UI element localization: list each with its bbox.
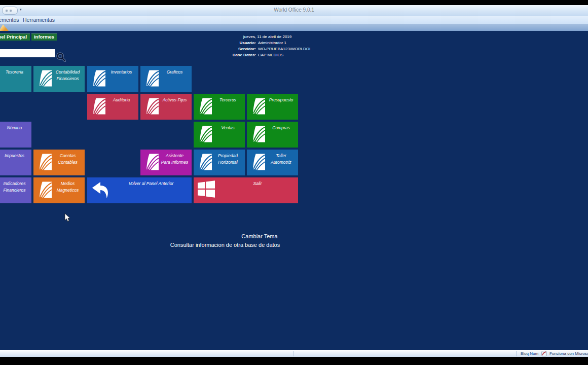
tile-label: Ventas bbox=[213, 122, 245, 148]
tile-label: Medios Magneticos bbox=[53, 177, 85, 203]
tile-contabilidad-financieros[interactable]: Contabilidad Financieros bbox=[33, 66, 85, 92]
user-label: Usuario: bbox=[167, 41, 256, 45]
user-value: Administrador 1 bbox=[258, 41, 286, 45]
tile-label: Propiedad Horizontal bbox=[213, 150, 245, 175]
windows-logo-icon bbox=[198, 180, 219, 203]
status-separator bbox=[516, 351, 517, 356]
title-bar: ▾ World Office 9.0.1 bbox=[0, 5, 588, 16]
wo-logo-icon bbox=[93, 97, 106, 120]
wo-logo-icon bbox=[146, 69, 160, 92]
tile-inventarios[interactable]: Inventarios bbox=[87, 66, 138, 92]
session-date: jueves, 11 de abril de 2019 bbox=[167, 34, 368, 39]
tile-label: Cuentas Contables bbox=[53, 150, 85, 175]
mouse-cursor bbox=[64, 213, 70, 222]
wo-logo-icon bbox=[146, 97, 160, 120]
search-icon[interactable] bbox=[56, 52, 66, 62]
tile-terceros[interactable]: Terceros bbox=[194, 94, 245, 120]
tile-label: Asistente Para Informes bbox=[160, 150, 192, 175]
tile-nomina[interactable]: Nómina bbox=[0, 122, 31, 148]
tile-ventas[interactable]: Ventas bbox=[194, 122, 245, 148]
powered-by-icon bbox=[541, 351, 547, 356]
tile-label: Compras bbox=[266, 122, 298, 148]
menu-item-herramientas[interactable]: Herramientas bbox=[23, 17, 55, 23]
tile-label: Impuestos bbox=[0, 150, 31, 175]
tile-medios-magneticos[interactable]: Medios Magneticos bbox=[33, 177, 85, 203]
wo-logo-icon bbox=[253, 97, 266, 120]
wo-logo-icon bbox=[200, 97, 213, 120]
wo-logo-icon bbox=[200, 125, 213, 148]
wo-logo-icon bbox=[40, 180, 53, 203]
wo-logo-icon bbox=[40, 69, 53, 92]
tile-label: Graficos bbox=[160, 66, 192, 92]
tile-tesoreria[interactable]: Tesoreria bbox=[0, 66, 31, 92]
main-panel: Panel Principal Informes jueves, 11 de a… bbox=[0, 31, 588, 350]
tab-panel-principal[interactable]: Panel Principal bbox=[0, 33, 30, 41]
tile-label: Indicadores Financieros bbox=[0, 177, 31, 203]
application-window: ▾ World Office 9.0.1 Elementos Herramien… bbox=[0, 0, 588, 365]
status-separator bbox=[293, 351, 293, 356]
server-value: WO-PRUEBA123\WORLDOI bbox=[258, 47, 310, 51]
status-bar: Bloq Num Funciona con Microsoft bbox=[0, 350, 588, 357]
tile-compras[interactable]: Compras bbox=[247, 122, 298, 148]
tile-label: Contabilidad Financieros bbox=[53, 66, 85, 92]
search-input[interactable] bbox=[0, 49, 55, 57]
tile-label: Volver al Panel Anterior bbox=[113, 177, 192, 203]
wo-logo-icon bbox=[253, 153, 266, 175]
tile-activos-fijos[interactable]: Activos Fijos bbox=[140, 94, 192, 120]
menu-item-elementos[interactable]: Elementos bbox=[0, 17, 19, 23]
tile-taller-automotriz[interactable]: Taller Automotriz bbox=[247, 150, 298, 175]
tile-indicadores-financieros[interactable]: Indicadores Financieros bbox=[0, 177, 31, 203]
tile-propiedad-horizontal[interactable]: Propiedad Horizontal bbox=[194, 150, 245, 175]
wo-logo-icon bbox=[146, 153, 160, 175]
wo-logo-icon bbox=[93, 69, 106, 92]
ribbon-strip bbox=[0, 24, 588, 31]
tile-label: Auditoria bbox=[106, 94, 138, 120]
tile-label: Taller Automotriz bbox=[266, 150, 298, 175]
tile-label: Inventarios bbox=[106, 66, 138, 92]
server-label: Servidor: bbox=[167, 47, 256, 51]
wo-logo-icon bbox=[253, 125, 266, 148]
change-theme-link[interactable]: Cambiar Tema bbox=[158, 233, 361, 239]
tile-impuestos[interactable]: Impuestos bbox=[0, 150, 31, 175]
tile-label: Presupuesto bbox=[266, 94, 298, 120]
tab-informes[interactable]: Informes bbox=[31, 33, 57, 41]
tile-label: Tesoreria bbox=[0, 66, 31, 92]
tile-volver-al-panel-anterior[interactable]: Volver al Panel Anterior bbox=[87, 177, 192, 203]
wo-logo-icon bbox=[40, 153, 53, 175]
wo-logo-icon bbox=[200, 153, 213, 175]
database-label: Base Datos: bbox=[167, 53, 256, 57]
tile-cuentas-contables[interactable]: Cuentas Contables bbox=[33, 150, 85, 175]
tile-salir[interactable]: Salir bbox=[194, 177, 298, 203]
window-title: World Office 9.0.1 bbox=[0, 7, 588, 13]
tile-presupuesto[interactable]: Presupuesto bbox=[247, 94, 298, 120]
menu-bar: Elementos Herramientas bbox=[0, 16, 588, 24]
powered-by-text: Funciona con Microsoft bbox=[549, 351, 588, 356]
tile-asistente-para-informes[interactable]: Asistente Para Informes bbox=[140, 150, 192, 175]
tile-label: Terceros bbox=[213, 94, 245, 120]
tile-label: Salir bbox=[219, 177, 298, 203]
back-arrow-icon bbox=[91, 180, 113, 203]
consult-other-db-link[interactable]: Consultar informacion de otra base de da… bbox=[124, 242, 326, 248]
tile-auditoria[interactable]: Auditoria bbox=[87, 94, 138, 120]
tile-label: Nómina bbox=[0, 122, 31, 148]
tile-label: Activos Fijos bbox=[160, 94, 192, 120]
tile-graficos[interactable]: Graficos bbox=[140, 66, 192, 92]
database-value: CAP MEDIOS bbox=[258, 53, 283, 57]
numlock-indicator: Bloq Num bbox=[521, 351, 538, 356]
app-logo-icon bbox=[0, 24, 9, 31]
